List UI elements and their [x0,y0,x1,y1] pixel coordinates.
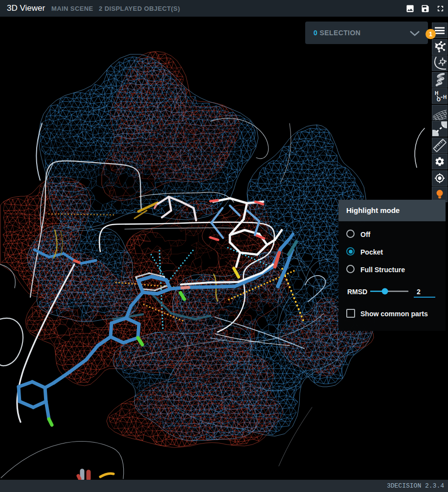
svg-text:H: H [435,91,438,96]
svg-text:O: O [437,97,441,102]
svg-text:H: H [443,94,447,100]
